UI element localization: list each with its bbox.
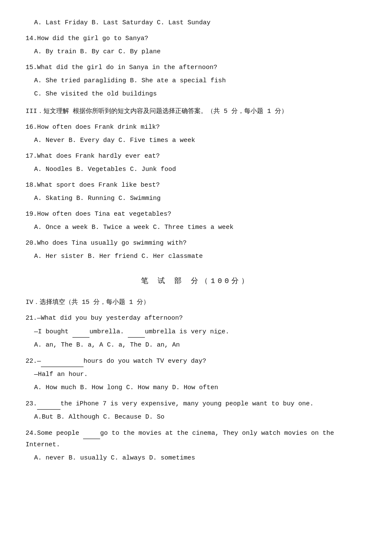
q13-block: A. Last Friday B. Last Saturday C. Last … xyxy=(26,17,366,29)
q20-options: A. Her sister B. Her friend C. Her class… xyxy=(34,251,366,262)
q20-question: 20.Who does Tina usually go swimming wit… xyxy=(26,237,366,249)
q24-options: A. never B. usually C. always D. sometim… xyxy=(34,452,366,464)
q21-question: 21.—What did you buy yesterday afternoon… xyxy=(26,312,366,324)
q19-options: A. Once a week B. Twice a week C. Three … xyxy=(34,222,366,233)
q23-block: 23. the iPhone 7 is very expensive, many… xyxy=(26,398,366,423)
q17-block: 17.What does Frank hardly ever eat? A. N… xyxy=(26,150,366,175)
q14-question: 14.How did the girl go to Sanya? xyxy=(26,33,366,44)
q22-options: A. How much B. How long C. How many D. H… xyxy=(34,382,366,393)
q16-question: 16.How often does Frank drink milk? xyxy=(26,121,366,133)
q18-question: 18.What sport does Frank like best? xyxy=(26,179,366,191)
exam-body: A. Last Friday B. Last Saturday C. Last … xyxy=(26,17,366,464)
q15-block: 15.What did the girl do in Sanya in the … xyxy=(26,62,366,100)
q24-question: 24.Some people go to the movies at the c… xyxy=(26,427,366,451)
q24-block: 24.Some people go to the movies at the c… xyxy=(26,427,366,464)
q14-options: A. By train B. By car C. By plane xyxy=(34,46,366,58)
q18-block: 18.What sport does Frank like best? A. S… xyxy=(26,179,366,204)
q17-question: 17.What does Frank hardly ever eat? xyxy=(26,150,366,162)
q16-block: 16.How often does Frank drink milk? A. N… xyxy=(26,121,366,146)
q23-options: A.But B. Although C. Because D. So xyxy=(34,411,366,423)
q18-options: A. Skating B. Running C. Swimming xyxy=(34,193,366,204)
q20-block: 20.Who does Tina usually go swimming wit… xyxy=(26,237,366,262)
q19-block: 19.How often does Tina eat vegetables? A… xyxy=(26,208,366,233)
q21-line1: —I bought umbrella. umbrella is very nic… xyxy=(34,326,366,338)
q23-question: 23. the iPhone 7 is very expensive, many… xyxy=(26,398,366,410)
q16-options: A. Never B. Every day C. Five times a we… xyxy=(34,135,366,146)
q22-question: 22.— hours do you watch TV every day? xyxy=(26,355,366,367)
q22-line2: —Half an hour. xyxy=(34,369,366,380)
q17-options: A. Noodles B. Vegetables C. Junk food xyxy=(34,164,366,175)
q23-blank xyxy=(37,398,61,410)
q21-blank2 xyxy=(128,326,145,338)
q15-question: 15.What did the girl do in Sanya in the … xyxy=(26,62,366,73)
section4-header: IV．选择填空（共 15 分，每小题 1 分） xyxy=(26,297,366,308)
q21-block: 21.—What did you buy yesterday afternoon… xyxy=(26,312,366,351)
q22-blank xyxy=(41,355,84,367)
section3-header: III．短文理解 根据你所听到的短文内容及问题选择正确答案。（共 5 分，每小题… xyxy=(26,106,366,117)
q22-block: 22.— hours do you watch TV every day? —H… xyxy=(26,355,366,393)
q14-block: 14.How did the girl go to Sanya? A. By t… xyxy=(26,33,366,58)
q19-question: 19.How often does Tina eat vegetables? xyxy=(26,208,366,220)
q15-optAB: A. She tried paragliding B. She ate a sp… xyxy=(34,75,366,87)
q13-options: A. Last Friday B. Last Saturday C. Last … xyxy=(34,17,366,29)
written-section-title: 笔 试 部 分（100分） xyxy=(26,275,366,288)
q21-options: A. an, The B. a, A C. a, The D. an, An xyxy=(34,339,366,351)
q15-optC: C. She visited the old buildings xyxy=(34,88,366,100)
q24-blank xyxy=(83,427,100,439)
q21-blank1 xyxy=(72,326,89,338)
